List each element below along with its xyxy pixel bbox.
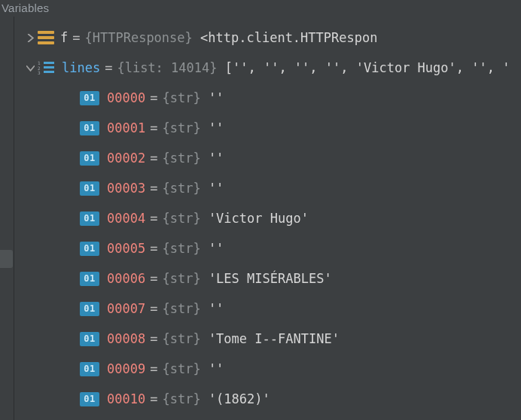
variable-type: {HTTPResponse} [85,23,193,53]
item-value: '' [209,143,224,173]
item-type: {str} [162,143,200,173]
equals-sign: = [72,23,80,53]
item-index: 00009 [107,354,145,384]
string-type-icon: 01 [80,272,99,286]
item-value: 'Tome I--FANTINE' [209,324,340,354]
item-value: '(1862)' [209,384,270,414]
gutter [0,17,14,420]
item-value: '' [209,173,224,203]
item-type: {str} [162,263,200,294]
item-value: '' [209,113,224,143]
list-item[interactable]: 0100002={str} '' [23,143,521,173]
equals-sign: = [150,203,157,233]
string-type-icon: 01 [80,212,99,226]
item-value: 'Victor Hugo' [209,203,309,233]
list-item[interactable]: 0100005={str} '' [23,233,521,263]
list-item[interactable]: 0100004={str} 'Victor Hugo' [23,203,521,233]
item-type: {str} [162,113,200,143]
item-index: 00004 [107,203,145,233]
panel-title: Variables [0,0,521,17]
string-type-icon: 01 [80,151,99,166]
list-item[interactable]: 0100007={str} '' [23,294,521,324]
item-index: 00005 [107,233,145,263]
equals-sign: = [150,384,157,414]
string-type-icon: 01 [80,91,99,105]
svg-text:3: 3 [38,70,41,75]
list-item[interactable]: 0100001={str} '' [23,113,521,143]
item-index: 00006 [107,263,145,294]
equals-sign: = [150,143,157,173]
item-type: {str} [162,324,200,354]
expand-arrow-expanded[interactable] [23,64,38,72]
variable-type: {list: 14014} [117,53,217,83]
string-type-icon: 01 [80,362,99,376]
equals-sign: = [150,113,157,143]
item-type: {str} [162,294,200,324]
equals-sign: = [150,354,157,384]
chevron-right-icon [26,34,35,42]
item-type: {str} [162,384,200,414]
variable-row-f[interactable]: f = {HTTPResponse} <http.client.HTTPResp… [23,23,521,53]
equals-sign: = [150,263,157,294]
list-item[interactable]: 0100009={str} '' [23,354,521,384]
variables-tree[interactable]: f = {HTTPResponse} <http.client.HTTPResp… [23,23,521,420]
string-type-icon: 01 [80,181,99,196]
equals-sign: = [150,83,157,113]
chevron-down-icon [26,64,35,72]
item-index: 00008 [107,324,145,354]
string-type-icon: 01 [80,121,99,135]
item-type: {str} [162,83,200,113]
string-type-icon: 01 [80,242,99,256]
equals-sign: = [150,173,157,203]
list-icon: 1 2 3 [38,61,56,75]
item-value: '' [209,354,224,384]
item-index: 00007 [107,294,145,324]
item-index: 00003 [107,173,145,203]
string-type-icon: 01 [80,302,99,316]
variable-name: lines [62,53,100,83]
expand-arrow-collapsed[interactable] [23,34,38,42]
variable-value: <http.client.HTTPRespon [200,23,377,53]
item-type: {str} [162,233,200,263]
variable-value: ['', '', '', '', 'Victor Hugo', '', ' [225,53,510,83]
list-item[interactable]: 0100003={str} '' [23,173,521,203]
item-index: 00001 [107,113,145,143]
equals-sign: = [150,294,157,324]
variable-row-lines[interactable]: 1 2 3 lines = {list: 14014} ['', '', '',… [23,53,521,83]
object-icon [38,31,54,44]
item-value: '' [209,83,224,113]
equals-sign: = [150,324,157,354]
item-type: {str} [162,203,200,233]
svg-rect-3 [44,62,54,64]
string-type-icon: 01 [80,392,99,406]
item-index: 00000 [107,83,145,113]
item-value: '' [209,233,224,263]
item-type: {str} [162,173,200,203]
svg-rect-4 [44,66,54,68]
gutter-marker [0,250,13,268]
list-item[interactable]: 0100010={str} '(1862)' [23,384,521,414]
item-type: {str} [162,354,200,384]
list-item[interactable]: 0100008={str} 'Tome I--FANTINE' [23,324,521,354]
equals-sign: = [150,233,157,263]
string-type-icon: 01 [80,332,99,346]
item-value: '' [209,294,224,324]
list-item[interactable]: 0100000={str} '' [23,83,521,113]
list-item[interactable]: 0100006={str} 'LES MISÉRABLES' [23,263,521,294]
item-index: 00010 [107,384,145,414]
variable-name: f [60,23,68,53]
debugger-variables-panel: Variables f = {HTTPResponse} <http.clien… [0,0,521,420]
item-index: 00002 [107,143,145,173]
equals-sign: = [105,53,112,83]
svg-rect-5 [44,71,54,73]
item-value: 'LES MISÉRABLES' [209,263,332,294]
